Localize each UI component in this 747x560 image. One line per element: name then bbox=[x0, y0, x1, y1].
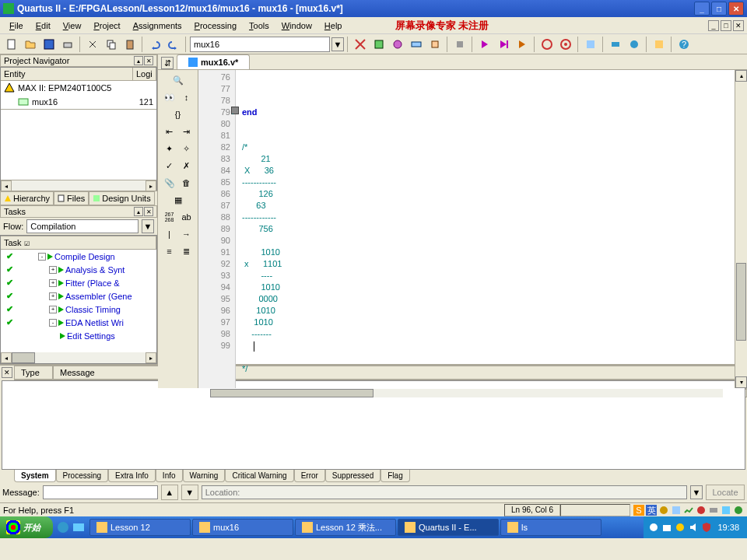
tab-hierarchy[interactable]: Hierarchy bbox=[0, 191, 54, 205]
tab-design-units[interactable]: Design Units bbox=[89, 191, 154, 205]
syntax-icon[interactable]: ✓ bbox=[162, 159, 177, 173]
simulate-button[interactable] bbox=[514, 36, 531, 53]
menu-project[interactable]: Project bbox=[87, 19, 126, 32]
tray-icon-6[interactable] bbox=[696, 505, 707, 516]
tab-warning[interactable]: Warning bbox=[183, 470, 226, 482]
tab-extra-info[interactable]: Extra Info bbox=[108, 470, 156, 482]
tab-suppressed[interactable]: Suppressed bbox=[325, 470, 381, 482]
chip-button[interactable] bbox=[426, 36, 444, 53]
taskbar-task[interactable]: Quartus II - E... bbox=[398, 519, 499, 536]
delete-icon[interactable]: 🗑 bbox=[179, 176, 195, 190]
tab-critical-warning[interactable]: Critical Warning bbox=[225, 470, 293, 482]
tray-icon-5[interactable] bbox=[683, 505, 694, 516]
menu-file[interactable]: File bbox=[3, 19, 30, 32]
msg-next-button[interactable]: ▼ bbox=[181, 485, 198, 500]
resource-button[interactable] bbox=[651, 36, 668, 53]
tasks-hscroll-right[interactable]: ▸ bbox=[146, 352, 156, 363]
programmer-button[interactable] bbox=[607, 36, 624, 53]
systray-shield-icon[interactable] bbox=[701, 522, 712, 533]
list2-icon[interactable]: ≣ bbox=[179, 244, 195, 258]
save-button[interactable] bbox=[40, 36, 58, 53]
device-row[interactable]: MAX II: EPM240T100C5 bbox=[1, 81, 156, 95]
menu-help[interactable]: Help bbox=[318, 19, 349, 32]
tasks-dock-button[interactable]: ▴ bbox=[134, 207, 143, 216]
settings-button[interactable] bbox=[352, 36, 369, 53]
copy-button[interactable] bbox=[103, 36, 120, 53]
undo-button[interactable] bbox=[146, 36, 163, 53]
tray-icon-7[interactable] bbox=[708, 505, 719, 516]
message-input[interactable] bbox=[43, 485, 158, 499]
tab-error[interactable]: Error bbox=[294, 470, 325, 482]
tab-nav-button[interactable]: ⇵ bbox=[161, 57, 174, 69]
compile-button[interactable] bbox=[476, 36, 493, 53]
tasks-hscroll-track[interactable] bbox=[12, 352, 146, 363]
col-type[interactable]: Type bbox=[14, 366, 53, 380]
taskbar-task[interactable]: Lesson 12 乘法... bbox=[295, 519, 396, 536]
flow-combo[interactable]: Compilation bbox=[26, 219, 139, 233]
paste-button[interactable] bbox=[121, 36, 139, 53]
list-icon[interactable]: ≡ bbox=[162, 244, 177, 258]
menu-assignments[interactable]: Assignments bbox=[127, 19, 188, 32]
menu-window[interactable]: Window bbox=[275, 19, 318, 32]
col-logic[interactable]: Logi bbox=[133, 68, 156, 80]
stop-button[interactable] bbox=[451, 36, 468, 53]
panel-dock-button[interactable]: ▴ bbox=[134, 56, 143, 65]
help-button[interactable]: ? bbox=[675, 36, 693, 53]
location-input[interactable] bbox=[202, 485, 687, 499]
flow-combo-arrow[interactable]: ▼ bbox=[142, 219, 154, 233]
systray-icon-3[interactable] bbox=[675, 522, 686, 533]
systray-icon-2[interactable] bbox=[661, 522, 672, 533]
hscroll-track[interactable] bbox=[12, 180, 146, 191]
fold-marker-icon[interactable]: - bbox=[231, 107, 239, 114]
mdi-minimize-button[interactable]: _ bbox=[708, 20, 719, 31]
open-file-button[interactable] bbox=[22, 36, 39, 53]
ql-desktop-icon[interactable] bbox=[72, 520, 86, 534]
tray-icon-9[interactable] bbox=[733, 505, 744, 516]
taskbar-task[interactable]: Lesson 12 bbox=[89, 519, 191, 536]
project-combo-arrow[interactable]: ▼ bbox=[331, 37, 344, 51]
mdi-restore-button[interactable]: □ bbox=[721, 20, 731, 31]
new-file-button[interactable] bbox=[3, 36, 20, 53]
signaltap-button[interactable] bbox=[626, 36, 643, 53]
taskbar-task[interactable]: mux16 bbox=[192, 519, 293, 536]
col-task[interactable]: Task ☑ bbox=[1, 236, 156, 249]
bookmark-next-icon[interactable]: ↕ bbox=[179, 90, 195, 104]
tray-icon-4[interactable] bbox=[671, 505, 682, 516]
print-button[interactable] bbox=[59, 36, 76, 53]
redo-button[interactable] bbox=[165, 36, 182, 53]
macro-icon[interactable]: ▦ bbox=[170, 193, 186, 207]
brace-icon[interactable]: {} bbox=[170, 107, 186, 121]
systray-icon-1[interactable] bbox=[648, 522, 659, 533]
maximize-button[interactable]: □ bbox=[711, 2, 727, 16]
close-button[interactable]: ✕ bbox=[728, 2, 744, 16]
hscroll-left-button[interactable]: ◂ bbox=[1, 180, 12, 191]
tasks-hscroll-left[interactable]: ◂ bbox=[1, 352, 12, 363]
assignment-button[interactable] bbox=[370, 36, 388, 53]
editor-tab[interactable]: mux16.v* bbox=[177, 54, 250, 69]
project-combo[interactable]: mux16 bbox=[190, 37, 330, 52]
find-icon[interactable]: 🔍 bbox=[170, 73, 186, 87]
menu-edit[interactable]: Edit bbox=[30, 19, 57, 32]
tray-icon-3[interactable] bbox=[658, 505, 669, 516]
analyze-button[interactable] bbox=[495, 36, 512, 53]
timing-button[interactable] bbox=[408, 36, 425, 53]
tray-icon-8[interactable] bbox=[721, 505, 731, 516]
template2-icon[interactable]: ✧ bbox=[179, 142, 195, 156]
task-row[interactable]: ✔+Analysis & Synt bbox=[1, 263, 156, 276]
vscroll-thumb[interactable] bbox=[736, 263, 746, 341]
messages-close-button[interactable]: ✕ bbox=[2, 367, 12, 378]
location-combo-arrow[interactable]: ▼ bbox=[690, 485, 703, 499]
gate-button[interactable] bbox=[557, 36, 574, 53]
rtl-button[interactable] bbox=[582, 36, 599, 53]
pin-button[interactable] bbox=[389, 36, 406, 53]
entity-row[interactable]: mux16 121 bbox=[1, 95, 156, 110]
syntax2-icon[interactable]: ✗ bbox=[179, 159, 195, 173]
task-row[interactable]: ✔+Assembler (Gene bbox=[1, 289, 156, 303]
col-entity[interactable]: Entity bbox=[1, 68, 133, 80]
linenum-icon[interactable]: 267268 bbox=[162, 210, 177, 224]
editor-vscroll[interactable]: ▴ ▾ bbox=[735, 70, 747, 388]
vscroll-down-button[interactable]: ▾ bbox=[735, 376, 747, 388]
systray-volume-icon[interactable] bbox=[688, 522, 699, 533]
editor-hscroll-track[interactable] bbox=[210, 389, 723, 397]
hscroll-right-button[interactable]: ▸ bbox=[146, 180, 156, 191]
